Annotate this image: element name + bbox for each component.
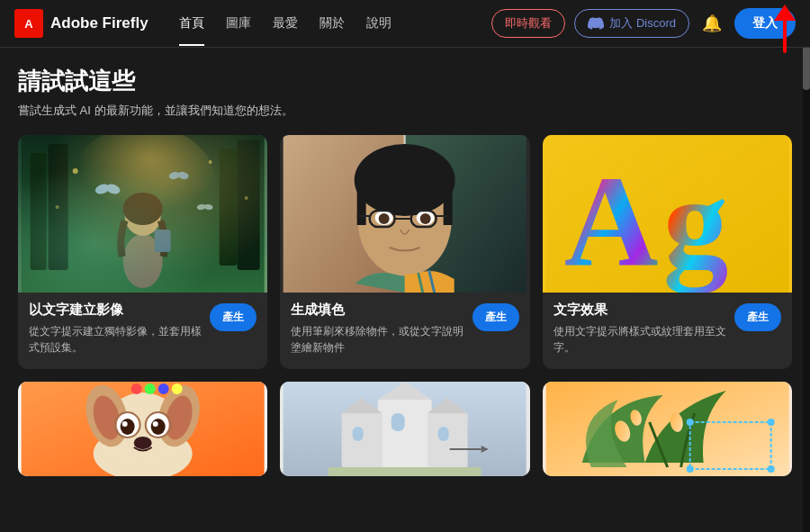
card-text-effects: A g 文字效果 使用文字提示將樣式或紋理套用至文 — [543, 135, 792, 369]
svg-rect-69 — [378, 400, 432, 467]
watch-button[interactable]: 即時觀看 — [491, 9, 565, 38]
card-desc-area-2: 生成填色 使用筆刷來移除物件，或從文字說明塗繪新物件 — [291, 302, 472, 356]
svg-point-14 — [168, 171, 181, 181]
card-title-3: 文字效果 — [554, 302, 734, 319]
navbar: A Adobe Firefly 首頁 圖庫 最愛 關於 說明 即時觀看 加入 D… — [0, 0, 810, 48]
svg-rect-4 — [49, 144, 68, 270]
card-image-plant — [543, 382, 792, 476]
card-info-generative-fill: 生成填色 使用筆刷來移除物件，或從文字說明塗繪新物件 產生 — [280, 293, 529, 369]
svg-rect-80 — [328, 467, 482, 476]
nav-link-gallery[interactable]: 圖庫 — [217, 10, 260, 37]
card-info-text-to-image: 以文字建立影像 從文字提示建立獨特影像，並套用樣式預設集。 產生 — [18, 293, 267, 369]
svg-rect-6 — [238, 140, 260, 270]
card-image-generative-fill — [280, 135, 529, 293]
svg-rect-28 — [444, 180, 453, 225]
card-dog-style — [18, 382, 267, 476]
card-grid-top: 以文字建立影像 從文字提示建立獨特影像，並套用樣式預設集。 產生 — [18, 135, 792, 369]
svg-point-86 — [686, 419, 693, 426]
svg-point-58 — [151, 419, 166, 435]
svg-point-13 — [104, 183, 121, 196]
svg-point-61 — [134, 437, 152, 449]
svg-point-19 — [209, 160, 212, 164]
svg-rect-71 — [342, 413, 382, 467]
svg-point-7 — [71, 135, 215, 234]
svg-text:A: A — [563, 149, 658, 293]
svg-rect-76 — [353, 427, 364, 441]
svg-point-17 — [203, 203, 213, 211]
svg-rect-2 — [22, 135, 265, 293]
nav-right: 即時觀看 加入 Discord 🔔 登入 — [491, 8, 796, 39]
adobe-icon: A — [14, 9, 43, 38]
card-desc-2: 使用筆刷來移除物件，或從文字說明塗繪新物件 — [291, 323, 472, 356]
svg-rect-3 — [31, 153, 47, 270]
svg-point-87 — [767, 419, 774, 426]
generate-button-1[interactable]: 產生 — [210, 303, 256, 331]
card-title-2: 生成填色 — [291, 302, 472, 319]
brand-logo[interactable]: A Adobe Firefly — [14, 9, 148, 38]
svg-rect-75 — [392, 413, 405, 431]
scrollbar[interactable] — [803, 0, 810, 532]
card-footer-1: 以文字建立影像 從文字提示建立獨特影像，並套用樣式預設集。 產生 — [29, 302, 256, 356]
svg-rect-27 — [357, 180, 366, 225]
svg-point-65 — [145, 383, 156, 394]
card-title-1: 以文字建立影像 — [29, 302, 210, 319]
card-text-to-image: 以文字建立影像 從文字提示建立獨特影像，並套用樣式預設集。 產生 — [18, 135, 267, 369]
nav-link-help[interactable]: 說明 — [357, 10, 400, 37]
svg-point-10 — [123, 193, 163, 225]
svg-point-57 — [121, 419, 135, 435]
card-desc-3: 使用文字提示將樣式或紋理套用至文字。 — [554, 323, 734, 356]
svg-point-31 — [379, 213, 390, 224]
svg-point-26 — [355, 144, 455, 216]
svg-point-64 — [131, 383, 142, 394]
discord-icon — [588, 15, 604, 32]
dog-illustration — [18, 382, 267, 476]
svg-point-20 — [245, 196, 248, 200]
forest-girl-illustration — [18, 135, 267, 293]
svg-point-60 — [153, 421, 158, 427]
card-image-text-to-image — [18, 135, 267, 293]
main-content: 請試試這些 嘗試生成式 AI 的最新功能，並讓我們知道您的想法。 — [0, 48, 810, 476]
svg-rect-73 — [428, 413, 468, 467]
card-image-dog — [18, 382, 267, 476]
svg-point-15 — [177, 171, 190, 181]
generate-button-3[interactable]: 產生 — [734, 303, 781, 331]
svg-point-16 — [196, 203, 206, 211]
svg-point-88 — [686, 465, 693, 473]
svg-point-9 — [125, 196, 161, 236]
login-button[interactable]: 登入 — [734, 8, 796, 39]
card-image-text-effects: A g — [543, 135, 792, 293]
svg-point-59 — [122, 421, 128, 427]
svg-point-67 — [172, 383, 183, 394]
plant-illustration — [543, 382, 792, 476]
svg-point-89 — [767, 465, 774, 473]
svg-point-32 — [420, 213, 431, 224]
castle-illustration — [280, 382, 529, 476]
svg-rect-5 — [220, 149, 238, 266]
svg-point-21 — [56, 205, 59, 209]
card-desc-1: 從文字提示建立獨特影像，並套用樣式預設集。 — [29, 323, 210, 356]
section-title: 請試試這些 — [18, 66, 792, 97]
svg-point-66 — [158, 383, 169, 394]
svg-rect-11 — [155, 230, 171, 252]
card-grid-bottom — [18, 382, 792, 476]
notification-bell-icon[interactable]: 🔔 — [698, 10, 725, 37]
nav-link-home[interactable]: 首頁 — [170, 10, 213, 37]
card-desc-area-3: 文字效果 使用文字提示將樣式或紋理套用至文字。 — [554, 302, 734, 356]
svg-point-12 — [94, 183, 110, 196]
card-generative-fill: 生成填色 使用筆刷來移除物件，或從文字說明塗繪新物件 產生 — [280, 135, 529, 369]
nav-link-favorites[interactable]: 最愛 — [264, 10, 307, 37]
text-effects-illustration: A g — [543, 135, 792, 293]
svg-point-8 — [123, 234, 163, 288]
discord-button[interactable]: 加入 Discord — [574, 9, 689, 38]
card-footer-3: 文字效果 使用文字提示將樣式或紋理套用至文字。 產生 — [554, 302, 781, 356]
discord-label: 加入 Discord — [609, 15, 676, 32]
section-subtitle: 嘗試生成式 AI 的最新功能，並讓我們知道您的想法。 — [18, 103, 792, 119]
svg-point-18 — [73, 168, 78, 174]
nav-link-about[interactable]: 關於 — [310, 10, 354, 37]
svg-text:g: g — [662, 149, 728, 293]
svg-rect-77 — [438, 427, 449, 441]
generate-button-2[interactable]: 產生 — [472, 303, 519, 331]
card-castle-3d — [280, 382, 529, 476]
card-image-castle — [280, 382, 529, 476]
card-plant-select — [543, 382, 792, 476]
